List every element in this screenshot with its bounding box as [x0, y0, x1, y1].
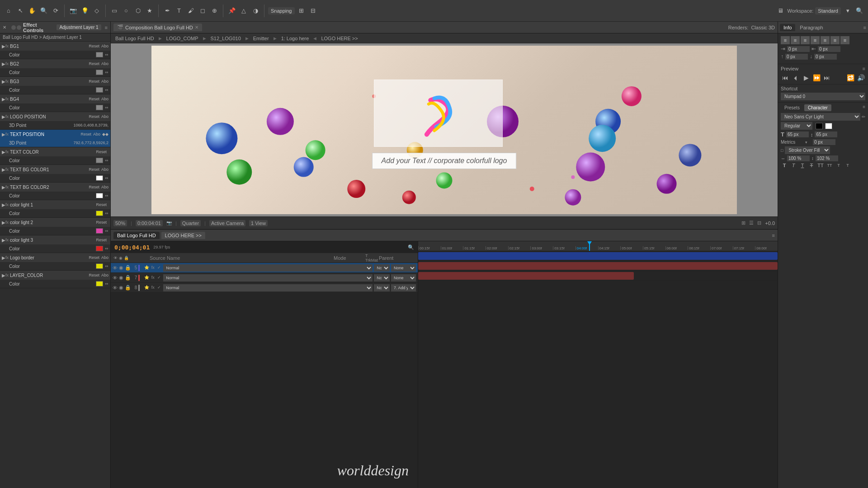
- effect-group-color-light3-header[interactable]: ▶ fx color light 3 Reset: [0, 235, 110, 244]
- color-light2-swatch[interactable]: [96, 228, 103, 234]
- align-center-btn[interactable]: ≡: [791, 36, 800, 44]
- pin-icon[interactable]: 📌: [227, 6, 237, 16]
- justify-left-btn[interactable]: ≡: [811, 36, 820, 44]
- indent-right-input[interactable]: [818, 46, 840, 52]
- hand-icon[interactable]: ✋: [27, 6, 37, 16]
- timecode-display[interactable]: 0;00;04;01: [114, 244, 150, 251]
- font-select[interactable]: Neo Sans Cyr Light: [781, 113, 860, 121]
- layer5-parent-select[interactable]: None: [391, 264, 416, 272]
- rotate-icon[interactable]: ⟳: [51, 6, 61, 16]
- bg4-reset-btn[interactable]: Reset: [89, 97, 99, 101]
- ec-menu-icon[interactable]: ≡: [105, 25, 108, 30]
- l7-icon1[interactable]: ⭐: [144, 275, 149, 281]
- rp-tab-info[interactable]: Info: [780, 24, 795, 31]
- select-icon[interactable]: ↖: [15, 6, 25, 16]
- style-select[interactable]: Regular: [781, 122, 812, 130]
- text-icon[interactable]: T: [174, 6, 184, 16]
- prev-back-btn[interactable]: ⏴: [791, 73, 800, 82]
- l5-icon2[interactable]: fx: [150, 265, 156, 271]
- char-menu-icon[interactable]: ≡: [863, 104, 865, 111]
- text-bg2-reset-btn[interactable]: Reset: [89, 185, 99, 189]
- layer7-mode-select[interactable]: Normal: [163, 274, 373, 282]
- bg1-reset-btn[interactable]: Reset: [89, 44, 99, 48]
- prev-fwd-btn[interactable]: ⏩: [812, 73, 821, 82]
- misc-icon3[interactable]: ⊟: [757, 220, 761, 226]
- effect-group-layer-color-header[interactable]: ▶ fx LAYER_COLOR Reset Abo: [0, 271, 110, 280]
- light-icon[interactable]: 💡: [80, 6, 90, 16]
- align-left-btn[interactable]: ≡: [781, 36, 790, 44]
- color-light1-reset-btn[interactable]: Reset: [96, 202, 107, 207]
- effect-group-text-bg1-header[interactable]: ▶ fx TEXT BG COLOR1 Reset Abo: [0, 165, 110, 174]
- poly-icon[interactable]: ⬡: [133, 6, 143, 16]
- tracking-input[interactable]: [813, 139, 835, 145]
- logo-pos-abo-btn[interactable]: Abo: [101, 114, 108, 119]
- color-light1-arrows[interactable]: ⇔: [105, 211, 108, 216]
- l5-icon3[interactable]: ✓: [156, 265, 162, 271]
- zoom-value-btn[interactable]: 50%: [113, 220, 127, 226]
- align-right-btn[interactable]: ≡: [801, 36, 810, 44]
- font-size-input[interactable]: [786, 131, 809, 137]
- brush-icon[interactable]: 🖌: [186, 6, 196, 16]
- effect-group-color-light2-header[interactable]: ▶ fx color light 2 Reset: [0, 218, 110, 227]
- layer-color-swatch[interactable]: [96, 281, 103, 286]
- char-super-btn[interactable]: T: [835, 163, 842, 168]
- text-color-arrows[interactable]: ⇔: [105, 158, 108, 163]
- effect-group-logo-border-header[interactable]: ▶ fx Logo border Reset Abo: [0, 253, 110, 262]
- effect-group-text-color-header[interactable]: ▶ fx TEXT COLOR Reset: [0, 147, 110, 156]
- space-after-input[interactable]: [814, 54, 837, 60]
- star-icon[interactable]: ★: [145, 6, 155, 16]
- quality-btn[interactable]: Quarter: [180, 220, 201, 226]
- layer7-lock-icon[interactable]: 🔒: [125, 275, 130, 281]
- timeline-tab-main[interactable]: Ball Logo Full HD: [113, 232, 160, 239]
- shape-icon[interactable]: △: [239, 6, 249, 16]
- text-pos-abo-btn[interactable]: Abo: [93, 132, 100, 136]
- comp-viewer-tab[interactable]: 🎬 Composition Ball Logo Full HD ✕: [113, 23, 202, 31]
- bg2-color-arrows[interactable]: ⇔: [105, 70, 108, 75]
- timeline-tab-logo[interactable]: LOGO HERE >>: [161, 232, 205, 239]
- l7-icon2[interactable]: fx: [150, 275, 156, 281]
- layer8-trk-select[interactable]: None: [374, 284, 389, 291]
- preview-menu-icon[interactable]: ≡: [863, 66, 865, 71]
- char-smallcaps-btn[interactable]: TT: [826, 163, 833, 168]
- l8-icon1[interactable]: ⭐: [144, 285, 149, 291]
- l8-icon3[interactable]: ✓: [156, 285, 162, 291]
- rp-tab-paragraph[interactable]: Paragraph: [796, 24, 826, 31]
- layer8-lock-icon[interactable]: 🔒: [125, 285, 130, 291]
- color-light3-arrows[interactable]: ⇔: [105, 246, 108, 251]
- font-edit-icon[interactable]: ✏: [862, 114, 865, 119]
- misc-icon1[interactable]: ⊞: [741, 220, 745, 226]
- layer8-parent-select[interactable]: 7. Add your T: [391, 284, 416, 291]
- comp-viewer-close[interactable]: ✕: [195, 25, 198, 30]
- effect-group-BG1-header[interactable]: ▶ fx BG1 Reset Abo: [0, 42, 110, 51]
- effect-group-BG2-header[interactable]: ▶ fx BG2 Reset Abo: [0, 59, 110, 68]
- logo-border-arrows[interactable]: ⇔: [105, 264, 108, 268]
- search-icon2[interactable]: 🔍: [408, 244, 414, 250]
- indent-left-input[interactable]: [787, 46, 810, 52]
- justify-right-btn[interactable]: ≡: [830, 36, 840, 44]
- nav-logo-here[interactable]: 1: Logo here: [279, 35, 311, 42]
- bg2-abo-btn[interactable]: Abo: [101, 61, 108, 66]
- bg3-color-swatch[interactable]: [96, 87, 103, 93]
- effect-group-text-pos-header[interactable]: ▶ fx TEXT POSITION Reset Abo ◆◆: [0, 130, 110, 139]
- null-icon[interactable]: ◇: [92, 6, 102, 16]
- layer-color-reset-btn[interactable]: Reset: [89, 273, 99, 277]
- space-before-input[interactable]: [785, 54, 808, 60]
- snapping-toggle-icon[interactable]: ⊞: [297, 6, 307, 16]
- track-7[interactable]: [418, 261, 778, 271]
- misc-icon2[interactable]: ☰: [749, 220, 754, 226]
- logo-border-swatch[interactable]: [96, 263, 103, 269]
- prev-play-btn[interactable]: ▶: [802, 73, 811, 82]
- text-pos-reset-btn[interactable]: Reset: [80, 132, 91, 136]
- layer-row-5[interactable]: 👁 ◉ 🔒 5 Adjustment Layer 1 ⭐ fx ✓ Normal: [111, 263, 418, 273]
- prev-first-btn[interactable]: ⏮: [781, 73, 790, 82]
- char-caps-btn[interactable]: TT: [817, 163, 824, 168]
- ellipse-icon[interactable]: ○: [121, 6, 131, 16]
- ec-tab-label[interactable]: Adjustment Layer 1: [57, 24, 101, 30]
- puppet-icon[interactable]: ⊕: [209, 6, 219, 16]
- prev-audio-btn[interactable]: 🔊: [856, 73, 865, 82]
- char-bold-btn[interactable]: T: [781, 163, 788, 168]
- char-sub-btn[interactable]: T: [844, 163, 851, 168]
- bg3-abo-btn[interactable]: Abo: [101, 79, 108, 84]
- justify-center-btn[interactable]: ≡: [821, 36, 830, 44]
- track-8[interactable]: [418, 271, 778, 281]
